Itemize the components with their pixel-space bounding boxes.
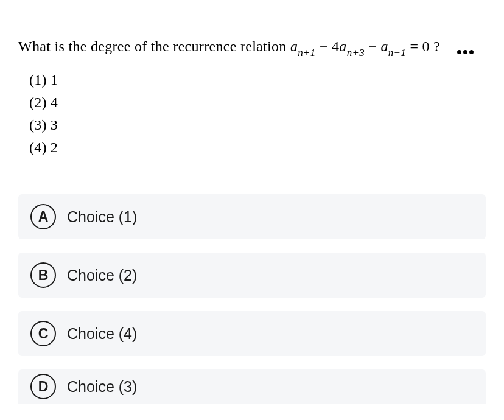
option-1: (1) 1 [29, 69, 475, 91]
letter-circle-c: C [30, 321, 56, 346]
question-prefix: What is the degree of the recurrence rel… [18, 38, 290, 54]
option-2: (2) 4 [29, 91, 475, 114]
more-options-icon[interactable] [457, 50, 474, 54]
answer-choices: A Choice (1) B Choice (2) C Choice (4) D… [0, 159, 504, 404]
math-eq: = 0 ? [406, 38, 440, 54]
question-text: What is the degree of the recurrence rel… [18, 37, 486, 59]
page-container: What is the degree of the recurrence rel… [0, 0, 504, 420]
choice-label-a: Choice (1) [67, 208, 137, 226]
option-4: (4) 2 [29, 136, 475, 159]
math-a1: a [290, 38, 298, 54]
choice-label-b: Choice (2) [67, 267, 137, 284]
question-area: What is the degree of the recurrence rel… [0, 0, 504, 59]
math-sub2: n+3 [347, 47, 365, 58]
answer-choice-b[interactable]: B Choice (2) [18, 253, 486, 298]
option-3: (3) 3 [29, 114, 475, 136]
math-minus2: − [365, 38, 380, 54]
math-minus1: − 4 [316, 38, 340, 54]
math-a2: a [339, 38, 346, 54]
letter-circle-d: D [30, 374, 56, 399]
choice-label-d: Choice (3) [67, 378, 137, 396]
letter-circle-b: B [30, 262, 56, 288]
choice-label-c: Choice (4) [67, 325, 137, 343]
answer-choice-d[interactable]: D Choice (3) [18, 369, 486, 404]
math-sub3: n−1 [388, 47, 406, 58]
answer-choice-a[interactable]: A Choice (1) [18, 194, 486, 239]
math-a3: a [380, 38, 388, 54]
answer-choice-c[interactable]: C Choice (4) [18, 311, 486, 356]
letter-circle-a: A [30, 204, 56, 229]
math-sub1: n+1 [298, 47, 315, 58]
options-list: (1) 1 (2) 4 (3) 3 (4) 2 [0, 59, 504, 159]
